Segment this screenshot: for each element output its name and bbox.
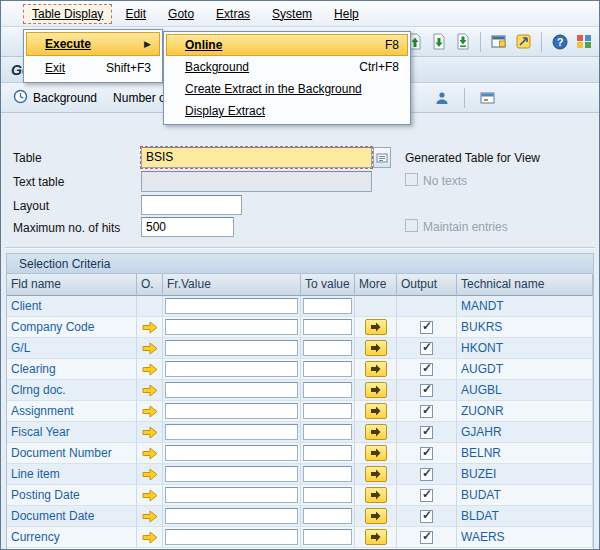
to-value-input[interactable]	[303, 445, 352, 461]
output-checkbox[interactable]	[420, 363, 433, 376]
layout-label: Layout	[13, 199, 49, 213]
selection-option-icon[interactable]	[142, 363, 158, 376]
output-checkbox[interactable]	[420, 426, 433, 439]
menubar-item-system[interactable]: System	[263, 4, 321, 24]
output-checkbox[interactable]	[420, 468, 433, 481]
menu-item-execute[interactable]: Execute ▶	[26, 32, 160, 56]
multiple-selection-button[interactable]	[365, 403, 387, 419]
output-checkbox[interactable]	[420, 384, 433, 397]
multiple-selection-button[interactable]	[365, 382, 387, 398]
technical-name: WAERS	[457, 530, 505, 544]
to-value-input[interactable]	[303, 529, 352, 545]
from-value-input[interactable]	[165, 361, 298, 377]
menubar-item-table-display[interactable]: Table Display	[23, 4, 112, 24]
from-value-input[interactable]	[165, 298, 298, 314]
from-value-input[interactable]	[165, 445, 298, 461]
to-value-input[interactable]	[303, 508, 352, 524]
selection-table-header: Fld name O. Fr.Value To value More Outpu…	[7, 274, 593, 296]
help-icon[interactable]: ?	[549, 31, 571, 53]
output-checkbox[interactable]	[420, 321, 433, 334]
submenu-item-online[interactable]: Online F8	[166, 34, 408, 56]
multiple-selection-button[interactable]	[365, 340, 387, 356]
selection-option-icon[interactable]	[142, 447, 158, 460]
output-checkbox[interactable]	[420, 342, 433, 355]
technical-name: BUKRS	[457, 320, 502, 334]
table-row: Company Code BUKRS	[7, 317, 593, 338]
table-display-icon[interactable]	[476, 87, 498, 109]
output-checkbox[interactable]	[420, 447, 433, 460]
menubar-item-edit[interactable]: Edit	[116, 4, 155, 24]
to-value-input[interactable]	[303, 403, 352, 419]
technical-name: BLDAT	[457, 509, 499, 523]
customize-layout-icon[interactable]	[573, 31, 595, 53]
multiple-selection-button[interactable]	[365, 487, 387, 503]
multiple-selection-button[interactable]	[365, 508, 387, 524]
technical-name: BUDAT	[457, 488, 501, 502]
to-value-input[interactable]	[303, 340, 352, 356]
to-value-input[interactable]	[303, 319, 352, 335]
multiple-selection-button[interactable]	[365, 445, 387, 461]
field-name: Clrng doc.	[7, 383, 66, 397]
to-value-input[interactable]	[303, 424, 352, 440]
multiple-selection-button[interactable]	[365, 466, 387, 482]
from-value-input[interactable]	[165, 319, 298, 335]
svg-text:?: ?	[557, 36, 564, 48]
menubar-item-goto[interactable]: Goto	[159, 4, 203, 24]
selection-option-icon[interactable]	[142, 384, 158, 397]
selection-table-body: Client MANDT Company Code	[7, 296, 593, 548]
technical-name: MANDT	[457, 299, 504, 313]
table-input[interactable]: BSIS	[141, 147, 372, 168]
multiple-selection-button[interactable]	[365, 319, 387, 335]
selection-option-icon[interactable]	[142, 405, 158, 418]
submenu-item-display-extract[interactable]: Display Extract	[166, 100, 408, 122]
from-value-input[interactable]	[165, 340, 298, 356]
selection-option-icon[interactable]	[142, 342, 158, 355]
maintain-entries-checkbox	[405, 219, 418, 232]
from-value-input[interactable]	[165, 487, 298, 503]
to-value-input[interactable]	[303, 466, 352, 482]
to-value-input[interactable]	[303, 382, 352, 398]
from-value-input[interactable]	[165, 508, 298, 524]
create-shortcut-icon[interactable]	[512, 31, 534, 53]
selection-criteria-table: Fld name O. Fr.Value To value More Outpu…	[6, 274, 594, 549]
from-value-input[interactable]	[165, 424, 298, 440]
user-icon[interactable]	[431, 87, 453, 109]
menu-item-exit[interactable]: Exit Shift+F3	[26, 56, 160, 80]
submenu-item-create-extract[interactable]: Create Extract in the Background	[166, 78, 408, 100]
output-checkbox[interactable]	[420, 489, 433, 502]
maintain-entries-label: Maintain entries	[423, 220, 508, 234]
from-value-input[interactable]	[165, 403, 298, 419]
new-session-icon[interactable]	[488, 31, 510, 53]
field-name: Document Number	[7, 446, 112, 460]
page-down-icon[interactable]	[427, 31, 449, 53]
to-value-input[interactable]	[303, 298, 352, 314]
table-row: Document Date BLDAT	[7, 506, 593, 527]
output-checkbox[interactable]	[420, 405, 433, 418]
table-value-help-button[interactable]	[373, 147, 391, 168]
to-value-input[interactable]	[303, 361, 352, 377]
max-hits-input[interactable]: 500	[141, 217, 234, 237]
from-value-input[interactable]	[165, 466, 298, 482]
multiple-selection-button[interactable]	[365, 529, 387, 545]
menubar-item-extras[interactable]: Extras	[207, 4, 259, 24]
menubar-item-help[interactable]: Help	[325, 4, 368, 24]
from-value-input[interactable]	[165, 529, 298, 545]
toolbar-separator	[464, 88, 465, 108]
background-button[interactable]: Background	[9, 87, 101, 109]
multiple-selection-button[interactable]	[365, 424, 387, 440]
selection-option-icon[interactable]	[142, 426, 158, 439]
selection-option-icon[interactable]	[142, 321, 158, 334]
from-value-input[interactable]	[165, 382, 298, 398]
submenu-item-background[interactable]: Background Ctrl+F8	[166, 56, 408, 78]
last-page-icon[interactable]	[451, 31, 473, 53]
selection-option-icon[interactable]	[142, 510, 158, 523]
table-row: Assignment ZUONR	[7, 401, 593, 422]
multiple-selection-button[interactable]	[365, 361, 387, 377]
selection-option-icon[interactable]	[142, 489, 158, 502]
output-checkbox[interactable]	[420, 531, 433, 544]
selection-option-icon[interactable]	[142, 468, 158, 481]
to-value-input[interactable]	[303, 487, 352, 503]
selection-option-icon[interactable]	[142, 531, 158, 544]
output-checkbox[interactable]	[420, 510, 433, 523]
layout-input[interactable]	[141, 195, 242, 215]
